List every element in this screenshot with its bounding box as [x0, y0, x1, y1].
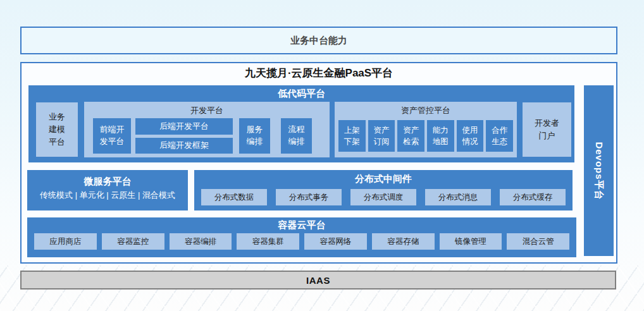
dev-platform-title: 开发平台	[84, 105, 330, 116]
process-orchestration-box: 流程 编排	[281, 118, 312, 154]
development-platform-panel: 开发平台 前端开 发平台 后端开发平台 后端开发框架 服务 编排 流程 编排	[84, 102, 330, 157]
backend-dev-platform-box: 后端开发平台	[135, 118, 233, 135]
container-item-network: 容器网络	[304, 233, 367, 250]
iaas-layer-bar: IAAS	[20, 271, 616, 290]
frontend-dev-platform-box: 前端开 发平台	[93, 118, 131, 154]
asset-item-listing: 上架 下架	[338, 120, 366, 152]
container-item-app-store: 应用商店	[34, 233, 97, 250]
lowcode-platform-section: 低代码平台 业务 建模 平台 开发平台 前端开 发平台 后端开发平台 后端开发框…	[28, 85, 574, 162]
middleware-item-message: 分布式消息	[425, 189, 491, 205]
container-item-cluster: 容器集群	[237, 233, 299, 250]
lowcode-title: 低代码平台	[28, 88, 574, 100]
business-middle-platform-banner: 业务中台能力	[20, 27, 617, 54]
asset-item-usage: 使用 情况	[457, 120, 484, 152]
middleware-item-data: 分布式数据	[201, 189, 267, 205]
container-item-orchestration: 容器编排	[170, 233, 232, 250]
middleware-item-scheduling: 分布式调度	[350, 189, 416, 205]
asset-item-subscription: 资产 订阅	[368, 120, 395, 152]
microservice-platform-section: 微服务平台 传统模式 | 单元化 | 云原生 | 混合模式	[27, 170, 188, 210]
service-orchestration-box: 服务 编排	[239, 118, 270, 154]
container-item-image-mgmt: 镜像管理	[440, 233, 502, 250]
middleware-item-cache: 分布式缓存	[500, 189, 566, 205]
container-cloud-title: 容器云平台	[27, 219, 576, 231]
middleware-title: 分布式中间件	[194, 173, 573, 185]
asset-item-ecosystem: 合作 生态	[486, 120, 513, 152]
devops-platform-bar: Devops平台	[584, 85, 614, 256]
devops-label: Devops平台	[593, 142, 605, 200]
paas-architecture-diagram: 业务中台能力 九天揽月·云原生金融PaaS平台 低代码平台 业务 建模 平台 开…	[0, 0, 644, 311]
microservice-modes: 传统模式 | 单元化 | 云原生 | 混合模式	[27, 190, 188, 201]
developer-portal-box: 开发者 门户	[523, 102, 571, 157]
distributed-middleware-section: 分布式中间件 分布式数据 分布式事务 分布式调度 分布式消息 分布式缓存	[194, 170, 573, 210]
asset-platform-title: 资产管控平台	[335, 105, 517, 116]
middleware-item-transaction: 分布式事务	[276, 189, 342, 205]
backend-dev-framework-box: 后端开发框架	[135, 138, 233, 154]
container-items-row: 应用商店 容器监控 容器编排 容器集群 容器网络 容器存储 镜像管理 混合云管	[34, 233, 569, 250]
container-cloud-section: 容器云平台 应用商店 容器监控 容器编排 容器集群 容器网络 容器存储 镜像管理…	[27, 217, 576, 257]
container-item-monitoring: 容器监控	[102, 233, 164, 250]
middleware-items-row: 分布式数据 分布式事务 分布式调度 分布式消息 分布式缓存	[201, 189, 566, 205]
asset-control-platform-panel: 资产管控平台 上架 下架 资产 订阅 资产 检索 能力 地图 使用 情况 合作 …	[335, 102, 517, 157]
asset-items-row: 上架 下架 资产 订阅 资产 检索 能力 地图 使用 情况 合作 生态	[338, 120, 513, 152]
platform-title: 九天揽月·云原生金融PaaS平台	[22, 66, 616, 80]
paas-platform-frame: 九天揽月·云原生金融PaaS平台 低代码平台 业务 建模 平台 开发平台 前端开…	[20, 62, 617, 264]
banner-label: 业务中台能力	[290, 35, 347, 47]
asset-item-capability-map: 能力 地图	[427, 120, 454, 152]
business-modeling-platform-box: 业务 建模 平台	[36, 102, 78, 157]
iaas-label: IAAS	[306, 275, 330, 286]
container-item-storage: 容器存储	[372, 233, 435, 250]
microservice-title: 微服务平台	[27, 176, 188, 188]
asset-item-search: 资产 检索	[397, 120, 424, 152]
container-item-hybrid-cloud: 混合云管	[507, 233, 569, 250]
